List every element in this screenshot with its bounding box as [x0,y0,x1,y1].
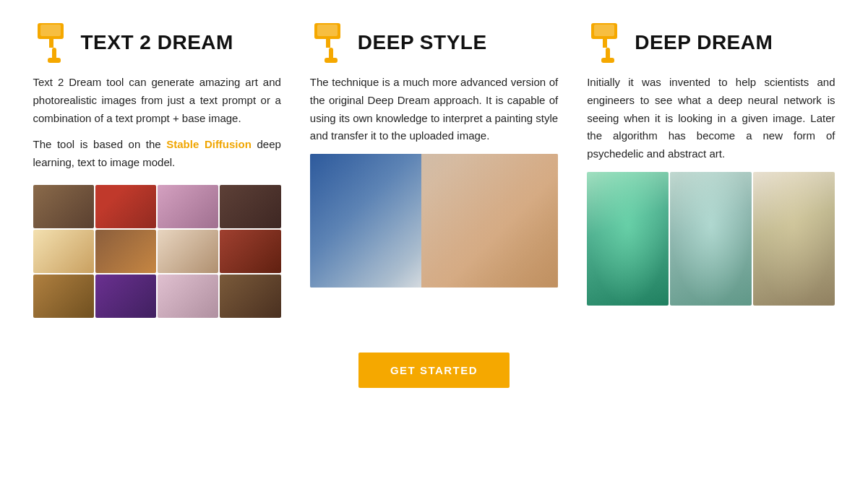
grid-img-1 [33,185,94,228]
column-2-title: DEEP STYLE [358,31,487,54]
grid-img-8 [220,230,280,273]
column-1-title: TEXT 2 DREAM [81,31,233,54]
paint-roller-icon-2 [310,22,348,64]
svg-rect-12 [594,25,614,36]
deep-dream-img-3 [753,172,835,306]
title-row-1: TEXT 2 DREAM [33,22,281,64]
page-wrapper: TEXT 2 DREAM Text 2 Dream tool can gener… [0,0,868,497]
grid-img-9 [33,275,94,318]
stable-diffusion-link[interactable]: Stable Diffusion [166,138,252,150]
columns-container: TEXT 2 DREAM Text 2 Dream tool can gener… [19,22,850,318]
deep-dream-img-1 [587,172,669,306]
title-row-2: DEEP STYLE [310,22,558,64]
column-1-desc1: Text 2 Dream tool can generate amazing a… [33,74,281,127]
grid-img-11 [158,275,218,318]
svg-rect-9 [325,58,338,63]
column-3-title: DEEP DREAM [635,31,773,54]
grid-img-12 [220,275,280,318]
grid-img-4 [220,185,280,228]
deep-style-image [310,154,558,288]
grid-img-5 [33,230,94,273]
column-deep-dream: DEEP DREAM Initially it was invented to … [572,22,849,306]
grid-img-10 [95,275,156,318]
svg-rect-7 [317,25,338,36]
column-2-desc1: The technique is a much more advanced ve… [310,74,558,145]
title-row-3: DEEP DREAM [587,22,835,64]
svg-rect-11 [603,39,607,48]
deep-dream-images [587,172,835,306]
svg-rect-4 [48,58,61,63]
svg-rect-14 [601,58,614,63]
get-started-row: GET STARTED [14,353,854,388]
svg-rect-6 [326,39,330,48]
paint-roller-icon-1 [33,22,71,64]
svg-rect-1 [49,39,53,48]
column-text2dream: TEXT 2 DREAM Text 2 Dream tool can gener… [19,22,296,318]
grid-img-3 [158,185,218,228]
paint-roller-icon-3 [587,22,624,64]
desc2-prefix: The tool is based on the [33,138,167,150]
grid-img-7 [158,230,218,273]
svg-rect-2 [40,25,61,36]
get-started-button[interactable]: GET STARTED [358,353,510,388]
text2dream-image-grid [33,185,281,318]
grid-img-2 [95,185,156,228]
column-deep-style: DEEP STYLE The technique is a much more … [296,22,572,288]
column-1-desc2: The tool is based on the Stable Diffusio… [33,136,281,172]
column-3-desc1: Initially it was invented to help scient… [587,74,835,163]
deep-dream-img-2 [670,172,752,306]
grid-img-6 [95,230,156,273]
